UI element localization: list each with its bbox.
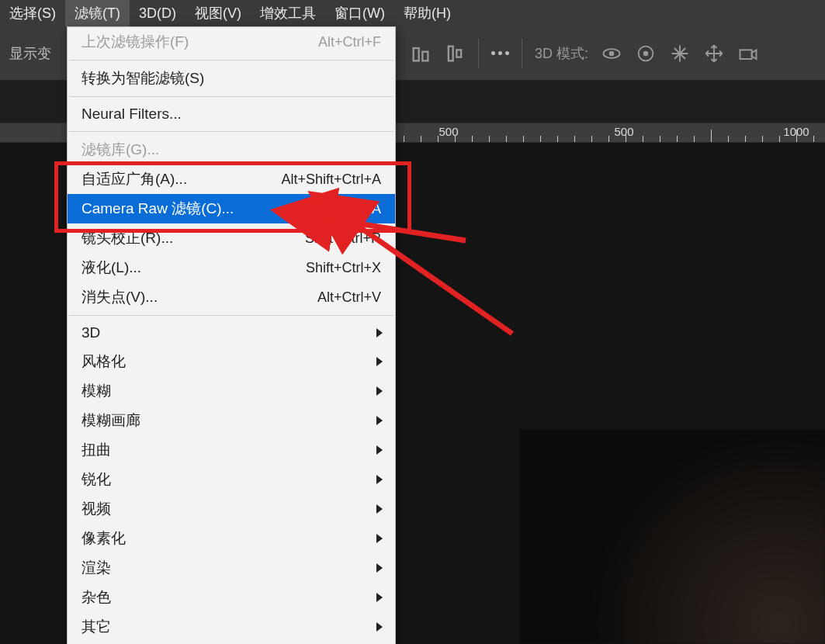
chevron-right-icon [376,416,383,425]
svg-rect-0 [414,48,419,61]
menu-3d[interactable]: 3D(D) [130,2,185,26]
menu-item-last-filter[interactable]: 上次滤镜操作(F) Alt+Ctrl+F [68,27,395,57]
menu-item-label: 扭曲 [81,440,381,460]
options-left-text: 显示变 [9,44,51,63]
menu-item-label: 像素化 [81,528,381,549]
menu-item-label: 模糊画廊 [81,410,381,431]
menu-item-label: 镜头校正(R)... [81,228,305,248]
menu-item-shortcut: Shift+Ctrl+R [305,230,381,247]
chevron-right-icon [376,386,383,396]
menu-item-label: 渲染 [81,558,381,578]
menubar: 选择(S) 滤镜(T) 3D(D) 视图(V) 增效工具 窗口(W) 帮助(H) [0,0,825,26]
menu-item-shortcut: Alt+Shift+Ctrl+A [281,171,381,188]
menu-item-shortcut: Alt+Ctrl+F [318,34,381,50]
menu-separator [69,315,393,316]
menu-view[interactable]: 视图(V) [185,0,251,26]
menu-item-label: 杂色 [81,587,381,608]
separator [522,39,522,68]
menu-item-label: 风格化 [81,351,381,372]
menu-item-label: 模糊 [81,381,381,401]
menu-item-lens-correction[interactable]: 镜头校正(R)... Shift+Ctrl+R [68,223,395,253]
chevron-right-icon [376,328,383,338]
menu-item-label: 消失点(V)... [81,287,317,307]
menu-separator [69,60,393,61]
svg-rect-3 [456,50,461,57]
svg-point-5 [610,51,614,55]
filter-dropdown: 上次滤镜操作(F) Alt+Ctrl+F 转换为智能滤镜(S) Neural F… [67,26,396,644]
menu-item-neural-filters[interactable]: Neural Filters... [68,100,395,128]
rotate-icon[interactable] [635,43,657,64]
menu-item-filter-gallery[interactable]: 滤镜库(G)... [68,135,395,164]
menu-item-shortcut: Shift+Ctrl+A [306,201,381,217]
pan-icon[interactable] [669,43,691,64]
menu-item-3d-submenu[interactable]: 3D [68,319,395,347]
menu-item-shortcut: Shift+Ctrl+X [306,260,381,276]
separator [478,39,479,68]
align-left-icon[interactable] [410,43,432,64]
menu-item-label: 液化(L)... [81,258,306,278]
chevron-right-icon [376,593,383,602]
chevron-right-icon [376,534,383,543]
menu-item-vanishing-point[interactable]: 消失点(V)... Alt+Ctrl+V [68,282,395,312]
menu-item-label: 自适应广角(A)... [81,169,281,189]
svg-rect-2 [449,46,453,61]
menu-item-blur-gallery-submenu[interactable]: 模糊画廊 [68,406,395,435]
menu-item-label: Neural Filters... [81,106,381,123]
menu-select[interactable]: 选择(S) [0,0,65,26]
chevron-right-icon [376,622,383,632]
menu-item-label: 其它 [81,617,381,637]
chevron-right-icon [376,504,383,514]
menu-item-label: 锐化 [81,469,381,490]
menu-separator [69,96,393,97]
menu-item-shortcut: Alt+Ctrl+V [317,289,381,306]
menu-item-label: 上次滤镜操作(F) [81,32,318,52]
menu-item-stylize-submenu[interactable]: 风格化 [68,347,395,376]
menu-item-camera-raw[interactable]: Camera Raw 滤镜(C)... Shift+Ctrl+A [68,194,395,223]
chevron-right-icon [376,445,383,455]
menu-filter[interactable]: 滤镜(T) [65,0,130,26]
menu-item-label: 转换为智能滤镜(S) [81,68,381,88]
orbit-icon[interactable] [601,43,622,64]
svg-point-7 [644,51,648,55]
align-center-icon[interactable] [444,43,466,64]
menu-item-adaptive-wide-angle[interactable]: 自适应广角(A)... Alt+Shift+Ctrl+A [68,164,395,194]
mode-3d-label: 3D 模式: [535,44,588,63]
menu-item-smart-filter[interactable]: 转换为智能滤镜(S) [68,64,395,93]
document-image[interactable] [520,430,825,644]
menu-item-label: Camera Raw 滤镜(C)... [81,199,306,219]
chevron-right-icon [376,563,383,573]
menu-item-blur-submenu[interactable]: 模糊 [68,376,395,406]
svg-rect-1 [422,51,428,61]
menu-item-sharpen-submenu[interactable]: 锐化 [68,465,395,494]
menu-item-label: 3D [81,324,381,341]
chevron-right-icon [376,357,383,366]
menu-item-other-submenu[interactable]: 其它 [68,612,395,642]
menu-plugins[interactable]: 增效工具 [251,0,325,26]
menu-item-liquify[interactable]: 液化(L)... Shift+Ctrl+X [68,253,395,282]
svg-rect-8 [740,50,752,59]
camera-icon[interactable] [737,43,759,64]
menu-item-video-submenu[interactable]: 视频 [68,494,395,524]
menu-separator [69,131,393,132]
menu-item-pixelate-submenu[interactable]: 像素化 [68,524,395,553]
ruler-tick-label: 500 [614,125,633,138]
more-options-icon[interactable] [491,51,509,55]
move-3d-icon[interactable] [703,43,725,64]
menu-help[interactable]: 帮助(H) [394,0,460,26]
menu-item-distort-submenu[interactable]: 扭曲 [68,435,395,465]
menu-item-label: 滤镜库(G)... [81,140,381,160]
menu-item-label: 视频 [81,499,381,519]
menu-window[interactable]: 窗口(W) [325,0,394,26]
chevron-right-icon [376,475,383,484]
menu-item-render-submenu[interactable]: 渲染 [68,553,395,583]
menu-item-noise-submenu[interactable]: 杂色 [68,583,395,612]
